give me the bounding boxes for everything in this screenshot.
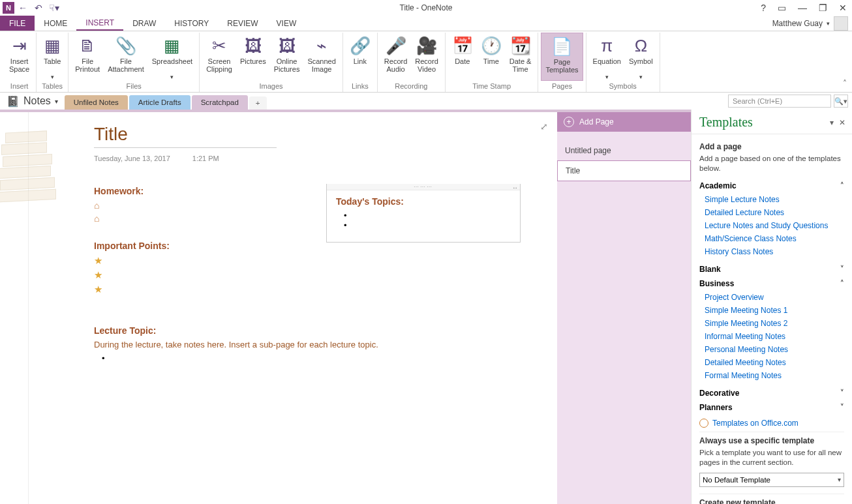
templates-pane: Templates ▾ ✕ Add a page Add a page base… — [691, 110, 852, 504]
lecture-heading[interactable]: Lecture Topic: — [94, 325, 544, 336]
search-scope-button[interactable]: 🔍▾ — [834, 95, 848, 108]
chevron-down-icon: ˅ — [840, 403, 844, 411]
insert-space-button[interactable]: ⇥Insert Space — [5, 33, 33, 81]
avatar[interactable] — [834, 16, 848, 31]
important-items[interactable]: ★ ★ ★ — [94, 255, 544, 295]
create-template-heading: Create new template — [699, 498, 844, 504]
category-decorative[interactable]: Decorative˅ — [699, 386, 844, 400]
date-button[interactable]: 📅Date — [448, 33, 477, 81]
tab-history[interactable]: HISTORY — [165, 16, 218, 31]
time-button[interactable]: 🕐Time — [477, 33, 506, 81]
record-audio-button[interactable]: 🎤Record Audio — [380, 33, 411, 81]
scanned-image-button[interactable]: ⌁Scanned Image — [303, 33, 339, 81]
lecture-bullet[interactable]: • — [102, 353, 544, 363]
equation-button[interactable]: πEquation▾ — [589, 33, 625, 81]
tab-draw[interactable]: DRAW — [123, 16, 165, 31]
scanner-icon: ⌁ — [316, 35, 327, 56]
window-title: Title - OneNote — [400, 3, 453, 12]
minimize-button[interactable]: — — [795, 1, 810, 14]
section-tab-unfiled[interactable]: Unfiled Notes — [65, 95, 128, 110]
clipping-icon: ✂ — [212, 35, 226, 56]
topic-bullet[interactable]: • — [344, 211, 511, 220]
templates-office-link[interactable]: Templates on Office.com — [699, 419, 844, 428]
star-icon: ★ — [94, 284, 544, 295]
page-title[interactable]: Title — [94, 124, 544, 145]
record-video-button[interactable]: 🎥Record Video — [411, 33, 442, 81]
page-list-item-selected[interactable]: Title — [557, 160, 691, 181]
help-icon[interactable]: ? — [758, 1, 768, 14]
collapse-ribbon-button[interactable]: ˄ — [843, 79, 847, 88]
template-link[interactable]: Math/Science Class Notes — [705, 232, 844, 245]
search-input[interactable]: Search (Ctrl+E) — [728, 95, 831, 108]
back-button[interactable]: ← — [16, 1, 30, 15]
default-template-select[interactable]: No Default Template ▾ — [699, 473, 844, 487]
template-link[interactable]: Simple Meeting Notes 1 — [705, 304, 844, 317]
today-topics-heading[interactable]: Today's Topics: — [336, 196, 511, 207]
page-canvas[interactable]: ⤢ Title Tuesday, June 13, 2017 1:21 PM H… — [0, 110, 557, 504]
page-templates-button[interactable]: 📄Page Templates — [541, 33, 583, 81]
tab-view[interactable]: VIEW — [267, 16, 306, 31]
date-time-button[interactable]: 📆Date & Time — [506, 33, 536, 81]
section-tab-drafts[interactable]: Article Drafts — [129, 95, 190, 110]
category-blank[interactable]: Blank˅ — [699, 262, 844, 276]
maximize-button[interactable]: ❐ — [816, 1, 830, 14]
page-time: 1:21 PM — [192, 155, 219, 162]
online-pictures-button[interactable]: 🖼Online Pictures — [270, 33, 304, 81]
star-icon: ★ — [94, 269, 544, 281]
search-placeholder: Search (Ctrl+E) — [733, 97, 782, 105]
section-tab-scratchpad[interactable]: Scratchpad — [192, 95, 248, 110]
user-area[interactable]: Matthew Guay▾ — [772, 16, 852, 31]
symbol-button[interactable]: ΩSymbol▾ — [625, 33, 657, 81]
clock-icon: 🕐 — [481, 35, 502, 56]
lecture-description[interactable]: During the lecture, take notes here. Ins… — [94, 340, 544, 349]
touch-mode-button[interactable]: ☟▾ — [47, 1, 61, 15]
note-container[interactable]: ⋯⋯⋯ ↔ Today's Topics: • • — [326, 184, 521, 243]
notebook-selector[interactable]: 📓 Notes ▾ — [0, 93, 65, 110]
page-body[interactable]: ⤢ Title Tuesday, June 13, 2017 1:21 PM H… — [29, 112, 557, 504]
topic-bullet[interactable]: • — [344, 220, 511, 230]
group-tables-label: Tables — [39, 81, 65, 92]
category-planners[interactable]: Planners˅ — [699, 400, 844, 415]
template-link[interactable]: Formal Meeting Notes — [705, 369, 844, 382]
template-link[interactable]: Simple Lecture Notes — [705, 193, 844, 206]
template-link[interactable]: Personal Meeting Notes — [705, 343, 844, 356]
add-page-button[interactable]: + Add Page — [557, 112, 691, 132]
close-button[interactable]: ✕ — [836, 1, 849, 14]
group-files-label: Files — [71, 81, 196, 92]
table-button[interactable]: ▦Table▾ — [39, 33, 65, 81]
container-resize[interactable]: ↔ — [512, 185, 518, 191]
group-symbols-label: Symbols — [589, 81, 657, 92]
section-tab-add[interactable]: + — [249, 96, 267, 110]
page-list-item[interactable]: Untitled page — [557, 141, 691, 160]
spreadsheet-button[interactable]: ▦Spreadsheet▾ — [148, 33, 196, 81]
tab-review[interactable]: REVIEW — [218, 16, 267, 31]
pane-options-button[interactable]: ▾ — [830, 118, 834, 127]
category-academic[interactable]: Academic˄ — [699, 179, 844, 193]
template-link[interactable]: Simple Meeting Notes 2 — [705, 317, 844, 330]
template-link[interactable]: Project Overview — [705, 291, 844, 304]
file-printout-button[interactable]: 🗎File Printout — [71, 33, 104, 81]
category-business[interactable]: Business˄ — [699, 276, 844, 291]
ribbon-display-icon[interactable]: ▭ — [775, 1, 789, 14]
expand-page-icon[interactable]: ⤢ — [540, 121, 548, 132]
video-icon: 🎥 — [416, 35, 437, 56]
tab-file[interactable]: FILE — [0, 16, 35, 31]
template-link[interactable]: Informal Meeting Notes — [705, 330, 844, 343]
tab-insert[interactable]: INSERT — [76, 16, 123, 31]
tab-home[interactable]: HOME — [35, 16, 76, 31]
pictures-button[interactable]: 🖼Pictures — [236, 33, 270, 81]
template-link[interactable]: Detailed Lecture Notes — [705, 206, 844, 219]
undo-button[interactable]: ↶ — [31, 1, 46, 15]
screen-clipping-button[interactable]: ✂Screen Clipping — [202, 33, 236, 81]
pane-close-button[interactable]: ✕ — [839, 118, 845, 127]
link-button[interactable]: 🔗Link — [346, 33, 374, 81]
template-link[interactable]: Lecture Notes and Study Questions — [705, 219, 844, 232]
section-tabs: Unfiled Notes Article Drafts Scratchpad … — [65, 93, 268, 110]
template-link[interactable]: History Class Notes — [705, 245, 844, 258]
container-grip[interactable]: ⋯⋯⋯ — [327, 184, 520, 190]
template-link[interactable]: Detailed Meeting Notes — [705, 356, 844, 369]
pi-icon: π — [601, 35, 613, 56]
attachment-icon: 📎 — [115, 35, 136, 56]
file-attachment-button[interactable]: 📎File Attachment — [104, 33, 148, 81]
title-bar: N ← ↶ ☟▾ Title - OneNote ? ▭ — ❐ ✕ — [0, 0, 852, 16]
